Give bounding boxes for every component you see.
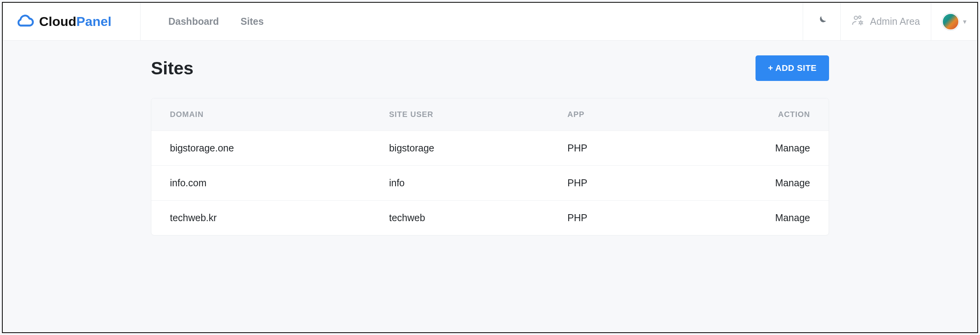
chevron-down-icon[interactable]: ▾ [963, 17, 966, 26]
cell-app: PHP [549, 131, 672, 166]
brand-wrap: CloudPanel [3, 3, 140, 40]
cell-site-user: bigstorage [370, 131, 549, 166]
users-gear-icon [852, 14, 865, 29]
sites-table: DOMAIN SITE USER APP ACTION bigstorage.o… [151, 98, 829, 235]
cell-action: Manage [672, 166, 829, 201]
nav-link-dashboard[interactable]: Dashboard [168, 16, 219, 27]
moon-icon [816, 15, 828, 29]
topbar: CloudPanel Dashboard Sites [3, 3, 977, 41]
col-site-user: SITE USER [370, 98, 549, 131]
svg-point-1 [858, 16, 861, 18]
add-site-button[interactable]: + ADD SITE [756, 55, 829, 81]
cell-action: Manage [672, 131, 829, 166]
cell-domain: bigstorage.one [151, 131, 370, 166]
darkmode-segment [803, 3, 840, 40]
admin-area-label: Admin Area [870, 16, 920, 27]
cell-domain: info.com [151, 166, 370, 201]
cell-app: PHP [549, 201, 672, 235]
cell-site-user: info [370, 166, 549, 201]
nav-link-sites[interactable]: Sites [241, 16, 264, 27]
svg-point-2 [860, 21, 862, 24]
sites-card: DOMAIN SITE USER APP ACTION bigstorage.o… [151, 98, 829, 235]
manage-link[interactable]: Manage [775, 212, 810, 223]
table-row: bigstorage.one bigstorage PHP Manage [151, 131, 829, 166]
content: Sites + ADD SITE DOMAIN SITE USER APP AC… [3, 41, 977, 235]
cell-site-user: techweb [370, 201, 549, 235]
table-row: techweb.kr techweb PHP Manage [151, 201, 829, 235]
col-app: APP [549, 98, 672, 131]
brand[interactable]: CloudPanel [16, 11, 111, 33]
sites-table-body: bigstorage.one bigstorage PHP Manage inf… [151, 131, 829, 235]
page-title: Sites [151, 58, 194, 79]
nav-links: Dashboard Sites [140, 3, 264, 40]
col-domain: DOMAIN [151, 98, 370, 131]
user-avatar[interactable] [942, 13, 959, 30]
brand-text: CloudPanel [39, 14, 111, 29]
container: Sites + ADD SITE DOMAIN SITE USER APP AC… [151, 55, 829, 235]
cell-action: Manage [672, 201, 829, 235]
avatar-segment: ▾ [931, 3, 977, 40]
admin-area-link[interactable]: Admin Area [852, 14, 920, 29]
cell-app: PHP [549, 166, 672, 201]
cloud-icon [16, 11, 34, 33]
table-row: info.com info PHP Manage [151, 166, 829, 201]
admin-area-segment: Admin Area [840, 3, 931, 40]
cell-domain: techweb.kr [151, 201, 370, 235]
manage-link[interactable]: Manage [775, 177, 810, 188]
col-action: ACTION [672, 98, 829, 131]
darkmode-toggle[interactable] [814, 15, 829, 29]
sites-table-head: DOMAIN SITE USER APP ACTION [151, 98, 829, 131]
svg-point-0 [854, 16, 858, 19]
topbar-right: Admin Area ▾ [803, 3, 977, 40]
brand-text-cloud: Cloud [39, 14, 76, 29]
manage-link[interactable]: Manage [775, 143, 810, 153]
sites-table-header-row: DOMAIN SITE USER APP ACTION [151, 98, 829, 131]
brand-text-panel: Panel [76, 14, 111, 29]
title-row: Sites + ADD SITE [151, 55, 829, 81]
